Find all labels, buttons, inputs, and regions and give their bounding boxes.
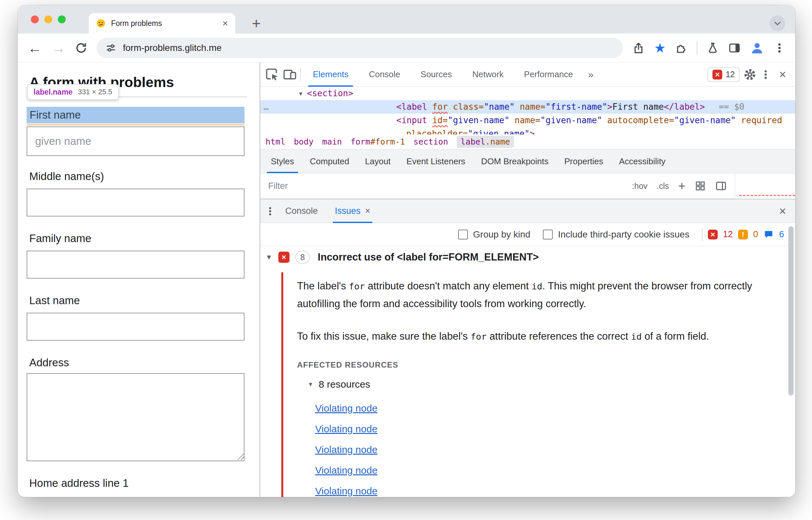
issue-header[interactable]: ▼ × 8 Incorrect use of <label for=FORM_E… — [265, 251, 539, 264]
tree-line-placeholder[interactable]: placeholder="given name"> — [260, 127, 795, 134]
side-panel-icon[interactable] — [728, 42, 741, 54]
tab-dom-breakpoints[interactable]: DOM Breakpoints — [473, 150, 556, 173]
new-tab-button[interactable]: + — [248, 13, 265, 33]
family-name-input[interactable] — [27, 251, 245, 279]
share-icon[interactable] — [632, 42, 645, 54]
drawer-close-icon[interactable]: × — [775, 205, 791, 217]
devtools-close-icon[interactable]: × — [775, 69, 791, 80]
issues-error-badge[interactable]: × 12 — [708, 67, 740, 82]
devtools-tabbar: Elements Console Sources Network Perform… — [260, 62, 795, 87]
back-button[interactable]: ← — [28, 41, 42, 55]
settings-gear-icon[interactable] — [743, 68, 757, 81]
violating-node-link[interactable]: Violating node — [315, 403, 378, 414]
web-page-pane: A form with problems label.name 331 × 25… — [18, 62, 260, 497]
line-options-ellipsis-icon[interactable]: … — [263, 100, 269, 114]
resources-toggle[interactable]: ▼ 8 resources — [308, 379, 370, 390]
last-name-input[interactable] — [27, 313, 245, 341]
rendering-grid-icon[interactable] — [695, 180, 706, 191]
inspect-tooltip-selector: label.name — [33, 88, 73, 97]
tab-performance[interactable]: Performance — [515, 62, 582, 87]
styles-filter-input[interactable] — [268, 181, 623, 191]
extensions-puzzle-icon[interactable] — [675, 42, 687, 54]
tab-console[interactable]: Console — [360, 62, 408, 87]
close-window-button[interactable] — [31, 16, 39, 23]
message-count: 6 — [779, 229, 784, 239]
device-toolbar-icon[interactable] — [283, 67, 297, 82]
inspect-margin-overlay — [27, 124, 245, 126]
fullscreen-window-button[interactable] — [58, 16, 66, 23]
collapse-triangle-icon[interactable]: ▼ — [265, 253, 273, 261]
traffic-lights — [31, 5, 66, 33]
tab-properties[interactable]: Properties — [556, 150, 611, 173]
message-filter-icon[interactable] — [763, 229, 774, 240]
tree-line-section[interactable]: ▼<section> — [260, 87, 795, 100]
toolbar-divider — [697, 41, 697, 55]
violating-node-link[interactable]: Violating node — [315, 444, 378, 455]
issue-count-badge: 8 — [296, 251, 310, 264]
issue-severity-rule — [281, 272, 283, 497]
browser-menu-icon[interactable] — [773, 42, 785, 54]
forward-button[interactable]: → — [51, 41, 66, 55]
tabbar-divider — [300, 68, 301, 81]
address-textarea[interactable] — [27, 373, 245, 461]
third-party-checkbox[interactable] — [543, 230, 553, 239]
middle-name-input[interactable] — [27, 188, 245, 216]
selected-node-hint: == $0 — [719, 102, 744, 112]
tab-styles[interactable]: Styles — [263, 150, 302, 173]
tab-accessibility[interactable]: Accessibility — [611, 150, 674, 173]
crumb-label-name[interactable]: label.name — [457, 136, 514, 148]
crumb-section[interactable]: section — [413, 137, 448, 147]
crumb-body[interactable]: body — [294, 137, 313, 147]
drawer-menu-icon[interactable] — [265, 206, 275, 216]
issue-description: The label's for attribute doesn't match … — [297, 277, 777, 312]
issues-panel: ▼ × 8 Incorrect use of <label for=FORM_E… — [260, 246, 795, 497]
inspect-element-icon[interactable] — [265, 67, 279, 82]
group-by-kind-label: Group by kind — [473, 229, 530, 240]
tree-line-label-selected[interactable]: … <label for class="name" name="first-na… — [260, 100, 795, 114]
tree-line-input[interactable]: <input id="given-name" name="given-name"… — [260, 114, 795, 127]
site-settings-icon[interactable] — [105, 42, 116, 54]
crumb-main[interactable]: main — [322, 137, 342, 147]
crumb-html[interactable]: html — [265, 137, 285, 147]
tab-layout[interactable]: Layout — [357, 150, 399, 173]
first-name-input[interactable] — [27, 127, 245, 156]
expand-triangle-icon[interactable]: ▼ — [299, 87, 307, 101]
last-name-label: Last name — [29, 294, 80, 307]
resources-triangle-icon[interactable]: ▼ — [308, 381, 313, 388]
drawer-tab-issues[interactable]: Issues × — [328, 200, 378, 223]
error-filter-icon[interactable]: × — [708, 230, 718, 239]
chrome-labs-flask-icon[interactable] — [707, 42, 719, 54]
hover-state-toggle[interactable]: :hov — [632, 181, 648, 191]
tab-network[interactable]: Network — [464, 62, 512, 87]
drawer-tab-console[interactable]: Console — [278, 200, 325, 223]
tab-elements[interactable]: Elements — [304, 62, 357, 87]
bookmark-star-icon[interactable]: ★ — [654, 42, 666, 54]
breadcrumb: html body main form#form-1 section label… — [260, 134, 795, 149]
tab-sources[interactable]: Sources — [412, 62, 460, 87]
violating-node-link[interactable]: Violating node — [315, 465, 378, 476]
crumb-form[interactable]: form#form-1 — [351, 137, 405, 147]
dock-panel-icon[interactable] — [715, 180, 727, 192]
browser-tab[interactable]: Form problems × — [89, 13, 235, 33]
more-tabs-icon[interactable]: » — [585, 69, 597, 80]
address-bar[interactable]: form-problems.glitch.me — [97, 38, 623, 58]
violating-node-link[interactable]: Violating node — [315, 486, 378, 497]
minimize-window-button[interactable] — [44, 16, 52, 23]
devtools-menu-icon[interactable] — [760, 69, 771, 80]
drawer-scrollbar[interactable] — [788, 226, 794, 395]
tab-event-listeners[interactable]: Event Listeners — [399, 150, 473, 173]
new-style-rule-icon[interactable]: + — [678, 180, 685, 192]
group-by-kind-checkbox[interactable] — [458, 230, 468, 239]
violating-node-link[interactable]: Violating node — [315, 423, 378, 435]
tab-computed[interactable]: Computed — [302, 150, 357, 173]
reload-button[interactable] — [75, 42, 87, 54]
warning-filter-icon[interactable]: ! — [738, 230, 748, 239]
home-address-label: Home address line 1 — [29, 477, 129, 490]
browser-toolbar: ← → form-problems.glitch.me ★ — [18, 33, 795, 62]
issues-tab-close-icon[interactable]: × — [365, 206, 370, 216]
tab-search-chevron-icon[interactable] — [769, 16, 785, 31]
class-toggle[interactable]: .cls — [657, 181, 669, 191]
tab-close-icon[interactable]: × — [222, 18, 228, 28]
tab-favicon-confused-face-icon — [96, 18, 106, 28]
profile-avatar[interactable] — [750, 41, 764, 55]
